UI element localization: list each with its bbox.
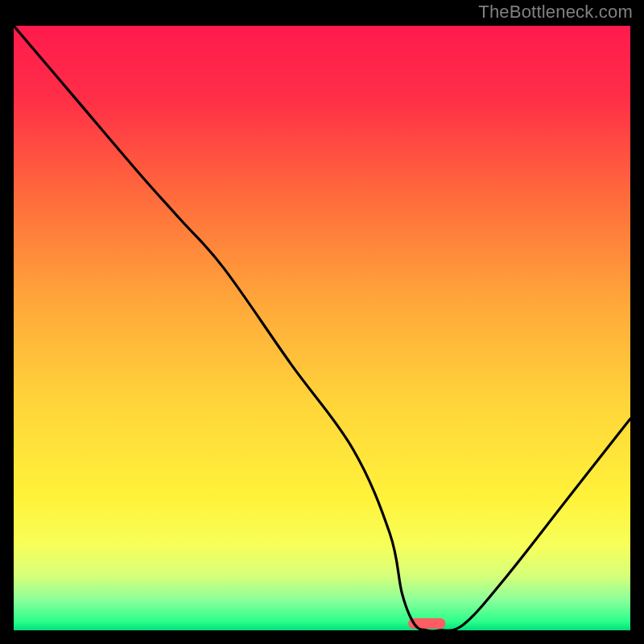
gradient-background [14, 26, 630, 630]
watermark-text: TheBottleneck.com [478, 2, 633, 23]
chart-frame: TheBottleneck.com [0, 0, 644, 644]
plot-area [14, 26, 630, 630]
chart-svg [14, 26, 630, 630]
